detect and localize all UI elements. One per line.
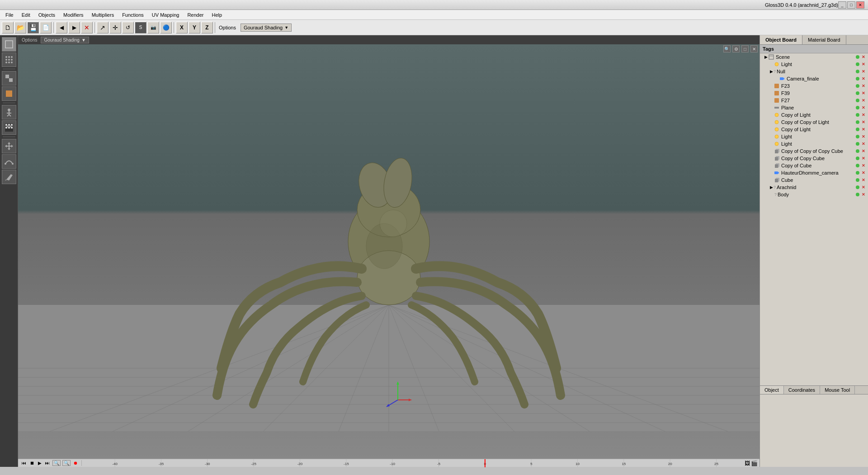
tool-pencil-left[interactable] bbox=[2, 52, 16, 67]
cube-x[interactable]: ✕ bbox=[861, 177, 866, 183]
tool-move[interactable]: ✛ bbox=[109, 22, 121, 33]
minimize-button[interactable]: _ bbox=[838, 1, 846, 9]
menu-functions[interactable]: Functions bbox=[118, 11, 147, 19]
tree-item-scene[interactable]: ▶ Scene ✕ bbox=[760, 53, 868, 61]
menu-file[interactable]: File bbox=[2, 11, 17, 19]
f27-vis[interactable] bbox=[855, 98, 860, 103]
tl-stop-button[interactable]: ⏹ bbox=[29, 461, 35, 466]
copy-light2-x[interactable]: ✕ bbox=[861, 127, 866, 132]
menu-render[interactable]: Render bbox=[184, 11, 207, 19]
copy-copy-light-x[interactable]: ✕ bbox=[861, 119, 866, 125]
tree-item-cube[interactable]: Cube ✕ bbox=[760, 176, 868, 184]
scene-vis[interactable] bbox=[855, 54, 860, 60]
f27-x[interactable]: ✕ bbox=[861, 98, 866, 103]
tool-z[interactable]: Z bbox=[201, 22, 213, 33]
tool-redo[interactable]: ▶ bbox=[68, 22, 80, 33]
shading-dropdown[interactable]: Gouraud Shading ▼ bbox=[241, 24, 292, 32]
menu-uv-mapping[interactable]: UV Mapping bbox=[148, 11, 183, 19]
copy-light1-vis[interactable] bbox=[855, 112, 860, 118]
viewport[interactable]: 🔍 ⚙ □ ✕ bbox=[18, 44, 760, 459]
c-cube-vis[interactable] bbox=[855, 163, 860, 168]
viewport-close-icon[interactable]: ✕ bbox=[750, 45, 758, 52]
tree-item-camera[interactable]: Camera_finale ✕ bbox=[760, 75, 868, 82]
tab-object[interactable]: Object bbox=[760, 386, 784, 394]
tool-object[interactable]: 📷 bbox=[147, 22, 159, 33]
tree-item-copy-light2[interactable]: Copy of Light ✕ bbox=[760, 126, 868, 133]
light1-x[interactable]: ✕ bbox=[861, 62, 866, 67]
tree-item-copy-copy-light[interactable]: Copy of Copy of Light ✕ bbox=[760, 119, 868, 126]
scene-x[interactable]: ✕ bbox=[861, 54, 866, 60]
tool-checker[interactable] bbox=[2, 71, 16, 86]
hauteur-vis[interactable] bbox=[855, 170, 860, 176]
tool-checker2[interactable] bbox=[2, 120, 16, 135]
tree-item-arachnid[interactable]: ▶ ? Arachnid ✕ bbox=[760, 184, 868, 191]
close-button[interactable]: ✕ bbox=[856, 1, 864, 9]
viewport-settings-icon[interactable]: ⚙ bbox=[732, 45, 740, 52]
camera-x[interactable]: ✕ bbox=[861, 76, 866, 81]
tab-material-board[interactable]: Material Board bbox=[802, 35, 846, 44]
light3-vis[interactable] bbox=[855, 141, 860, 147]
tool-delete[interactable]: ✕ bbox=[81, 22, 93, 33]
tab-coordinates[interactable]: Coordinates bbox=[784, 386, 820, 394]
c-cube-x[interactable]: ✕ bbox=[861, 163, 866, 168]
expand-scene[interactable]: ▶ bbox=[764, 55, 768, 59]
copy-copy-light-vis[interactable] bbox=[855, 119, 860, 125]
light2-x[interactable]: ✕ bbox=[861, 134, 866, 139]
tl-zoom-in-button[interactable]: 🔍 bbox=[52, 460, 61, 466]
f39-x[interactable]: ✕ bbox=[861, 90, 866, 96]
hauteur-x[interactable]: ✕ bbox=[861, 170, 866, 176]
tree-item-copy-copy-copy-cube[interactable]: Copy of Copy of Copy Cube ✕ bbox=[760, 147, 868, 155]
viewport-search-icon[interactable]: 🔍 bbox=[723, 45, 731, 52]
tool-new[interactable]: 🗋 bbox=[2, 22, 14, 33]
null1-vis[interactable] bbox=[855, 69, 860, 74]
tool-move-left[interactable] bbox=[2, 139, 16, 153]
tool-open[interactable]: 📂 bbox=[14, 22, 26, 33]
menu-modifiers[interactable]: Modifiers bbox=[60, 11, 87, 19]
timeline-icon1[interactable]: 🖼 bbox=[745, 460, 750, 466]
light3-x[interactable]: ✕ bbox=[861, 141, 866, 147]
copy-light2-vis[interactable] bbox=[855, 127, 860, 132]
ccc-cube-vis[interactable] bbox=[855, 148, 860, 154]
tool-scale[interactable]: S bbox=[135, 22, 146, 33]
maximize-button[interactable]: □ bbox=[847, 1, 855, 9]
tool-y[interactable]: Y bbox=[189, 22, 200, 33]
plane-x[interactable]: ✕ bbox=[861, 105, 866, 110]
tool-square[interactable] bbox=[2, 86, 16, 101]
tree-item-f39[interactable]: F39 ✕ bbox=[760, 90, 868, 97]
tree-item-copy-light1[interactable]: Copy of Light ✕ bbox=[760, 111, 868, 119]
f39-vis[interactable] bbox=[855, 90, 860, 96]
tool-figure[interactable] bbox=[2, 105, 16, 119]
timeline-track[interactable]: -40 -35 -30 -25 -20 -15 -10 -5 0 bbox=[82, 459, 743, 467]
tab-object-board[interactable]: Object Board bbox=[760, 35, 802, 44]
tool-select[interactable]: ↗ bbox=[97, 22, 108, 33]
viewport-fullscreen-icon[interactable]: □ bbox=[741, 45, 749, 52]
copy-light1-x[interactable]: ✕ bbox=[861, 112, 866, 118]
tree-item-f23[interactable]: F23 ✕ bbox=[760, 82, 868, 90]
menu-objects[interactable]: Objects bbox=[35, 11, 59, 19]
tool-rotate[interactable]: ↺ bbox=[122, 22, 134, 33]
light2-vis[interactable] bbox=[855, 134, 860, 139]
f23-vis[interactable] bbox=[855, 83, 860, 89]
tree-item-light3[interactable]: Light ✕ bbox=[760, 140, 868, 147]
tl-play-button[interactable]: ▶ bbox=[37, 461, 42, 466]
light1-vis[interactable] bbox=[855, 62, 860, 67]
tree-item-null1[interactable]: ▶ ? Null ✕ bbox=[760, 68, 868, 75]
plane-vis[interactable] bbox=[855, 105, 860, 110]
cc-cube-vis[interactable] bbox=[855, 156, 860, 161]
tool-save-as[interactable]: 📄 bbox=[40, 22, 52, 33]
tree-item-hauteur-camera[interactable]: HauteurDhomme_camera ✕ bbox=[760, 169, 868, 176]
tree-item-light1[interactable]: Light ✕ bbox=[760, 61, 868, 68]
cc-cube-x[interactable]: ✕ bbox=[861, 156, 866, 161]
body-x[interactable]: ✕ bbox=[861, 192, 866, 197]
tl-zoom-out-button[interactable]: 🔍 bbox=[62, 460, 71, 466]
f23-x[interactable]: ✕ bbox=[861, 83, 866, 89]
tool-render[interactable]: 🔵 bbox=[160, 22, 172, 33]
menu-edit[interactable]: Edit bbox=[18, 11, 34, 19]
menu-help[interactable]: Help bbox=[208, 11, 226, 19]
ccc-cube-x[interactable]: ✕ bbox=[861, 148, 866, 154]
tree-item-body[interactable]: ? Body ✕ bbox=[760, 191, 868, 198]
tool-select-left[interactable] bbox=[2, 37, 16, 52]
tl-last-button[interactable]: ⏭ bbox=[44, 461, 51, 466]
arachnid-vis[interactable] bbox=[855, 185, 860, 190]
shading-select[interactable]: Gouraud Shading ▼ bbox=[41, 37, 89, 43]
